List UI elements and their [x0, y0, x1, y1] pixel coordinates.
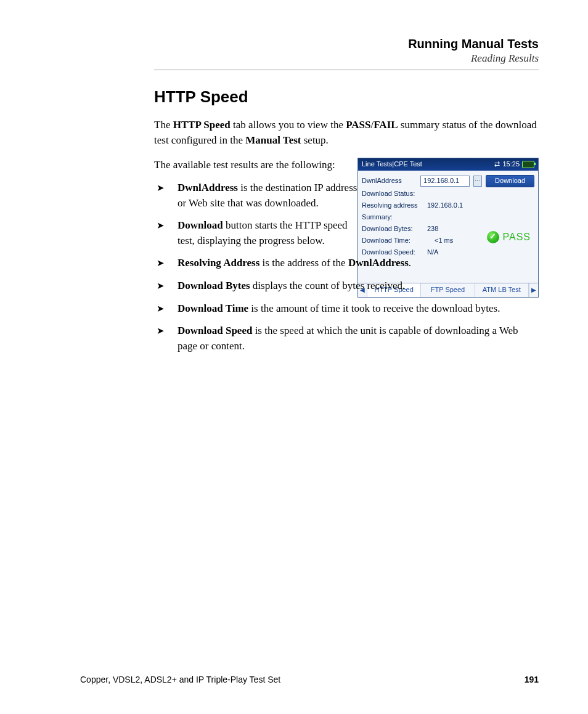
time-value: <1 ms	[435, 236, 453, 246]
intro-paragraph: The HTTP Speed tab allows you to view th…	[154, 118, 539, 148]
text: .	[409, 257, 411, 269]
text: is the amount of time it took to receive…	[248, 302, 500, 314]
dwnl-address-label: DwnlAddress	[362, 176, 417, 186]
network-icon: ⇄	[494, 160, 500, 169]
text: tab allows you to view the	[231, 119, 346, 131]
term-fail: FAIL	[374, 119, 398, 131]
pass-indicator: ✓ PASS	[487, 230, 531, 244]
bullet-download-bytes: Download Bytes displays the count of byt…	[154, 278, 539, 294]
term: Download	[178, 219, 223, 231]
term: Download Bytes	[178, 280, 250, 291]
footer-page-number: 191	[525, 675, 539, 684]
term-pass: PASS	[346, 119, 370, 131]
device-breadcrumb: Line Tests|CPE Test	[362, 160, 422, 169]
bytes-label: Download Bytes:	[362, 224, 423, 234]
download-status-label: Download Status:	[362, 189, 415, 199]
text: setup.	[301, 134, 328, 146]
battery-icon	[522, 161, 534, 168]
term: Download Time	[178, 302, 248, 314]
page-footer: Copper, VDSL2, ADSL2+ and IP Triple-Play…	[80, 675, 539, 684]
bullet-list-full: Resolving Address is the address of the …	[154, 256, 539, 354]
summary-label: Summary:	[362, 213, 423, 222]
pass-text: PASS	[503, 230, 531, 244]
term-manual-test: Manual Test	[245, 134, 301, 146]
page-header: Running Manual Tests Reading Results	[154, 37, 539, 70]
device-clock: 15:25	[502, 160, 520, 169]
term-http-speed: HTTP Speed	[173, 119, 231, 131]
bullet-download: Download button starts the HTTP speed te…	[154, 218, 357, 248]
device-titlebar: Line Tests|CPE Test ⇄ 15:25	[358, 158, 538, 171]
header-subtitle: Reading Results	[154, 52, 539, 65]
available-results-intro: The available test results are the follo…	[154, 158, 357, 173]
text: displays the count of bytes received.	[250, 280, 406, 291]
bytes-value: 238	[427, 224, 438, 234]
bullet-dwnladdress: DwnlAddress is the destination IP addres…	[154, 181, 357, 211]
time-label: Download Time:	[362, 236, 423, 246]
header-title: Running Manual Tests	[154, 37, 539, 51]
resolving-label: Resolving address	[362, 201, 423, 211]
term: DwnlAddress	[178, 182, 238, 193]
bullet-resolving-address: Resolving Address is the address of the …	[154, 256, 539, 271]
download-button[interactable]: Download	[486, 175, 534, 187]
browse-button[interactable]: ⋯	[473, 176, 482, 187]
term: DwnlAddress	[348, 257, 409, 269]
text: The	[154, 119, 173, 131]
dwnl-address-input[interactable]: 192.168.0.1	[420, 176, 470, 187]
term: Resolving Address	[178, 257, 259, 269]
checkmark-icon: ✓	[487, 231, 499, 243]
bullet-download-speed: Download Speed is the speed at which the…	[154, 323, 539, 354]
footer-product: Copper, VDSL2, ADSL2+ and IP Triple-Play…	[80, 675, 280, 684]
resolving-value: 192.168.0.1	[427, 201, 463, 211]
dwnl-address-value: 192.168.0.1	[423, 176, 459, 186]
text: is the address of the	[259, 257, 348, 269]
section-title: HTTP Speed	[154, 87, 539, 107]
device-screenshot: Line Tests|CPE Test ⇄ 15:25 DwnlAddress …	[357, 158, 539, 298]
bullet-download-time: Download Time is the amount of time it t…	[154, 301, 539, 317]
term: Download Speed	[178, 325, 252, 336]
